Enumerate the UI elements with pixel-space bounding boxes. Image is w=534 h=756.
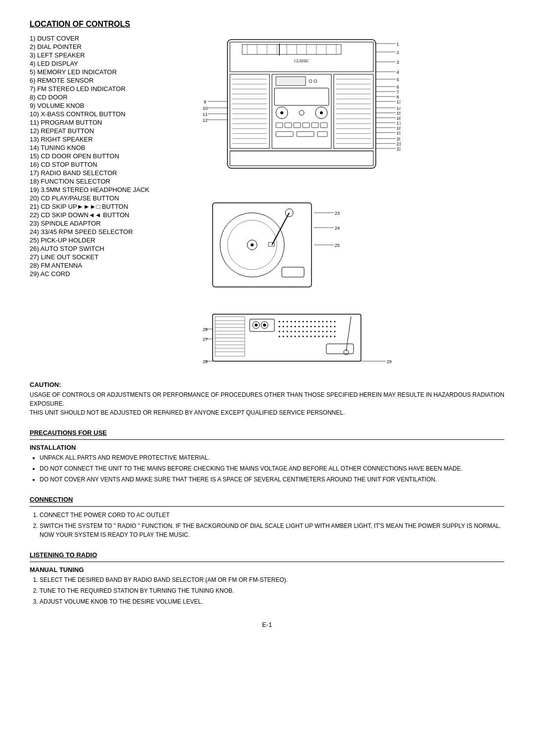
svg-point-143 [283,321,284,323]
svg-point-146 [295,321,296,323]
svg-point-197 [318,336,320,337]
svg-point-162 [299,326,300,328]
svg-point-186 [334,331,336,332]
svg-text:11: 11 [203,112,208,117]
svg-text:18: 18 [397,126,400,131]
svg-point-147 [299,321,300,323]
list-item: 20) CD PLAY/PAUSE BUTTON [30,194,188,202]
svg-point-168 [322,326,324,328]
svg-rect-126 [215,317,245,356]
list-item: DO NOT COVER ANY VENTS AND MAKE SURE THA… [40,475,504,484]
list-item: 3) LEFT SPEAKER [30,51,188,59]
svg-point-199 [326,336,328,337]
list-item: 4) LED DISPLAY [30,60,188,67]
svg-point-155 [330,321,332,323]
svg-point-159 [287,326,288,328]
list-item: 29) AC CORD [30,270,188,278]
svg-point-165 [311,326,312,328]
svg-text:4: 4 [397,70,399,75]
svg-point-200 [330,336,332,337]
svg-point-145 [291,321,292,323]
svg-rect-118 [282,267,304,277]
svg-point-154 [326,321,328,323]
svg-rect-63 [317,132,327,137]
list-item: 7) FM STEREO LED INDICATOR [30,85,188,93]
svg-point-201 [334,336,336,337]
svg-text:9: 9 [204,99,206,104]
svg-point-193 [303,336,304,337]
svg-text:2: 2 [397,50,399,55]
svg-rect-30 [334,74,373,148]
svg-point-176 [295,331,296,332]
svg-text:25: 25 [335,243,340,248]
list-item: 17) RADIO BAND SELECTOR [30,169,188,177]
svg-point-164 [307,326,308,328]
svg-point-163 [303,326,304,328]
svg-point-190 [291,336,292,337]
svg-point-157 [279,326,280,328]
list-item: 23) SPINDLE ADAPTOR [30,220,188,227]
list-item: TUNE TO THE REQUIRED STATION BY TURNING … [40,586,504,595]
svg-text:22: 22 [397,146,400,151]
svg-rect-56 [285,123,292,128]
svg-point-160 [291,326,292,328]
svg-text:28: 28 [203,359,208,364]
svg-point-187 [279,336,280,337]
list-item: 28) FM ANTENNA [30,262,188,269]
svg-text:5: 5 [397,77,399,82]
svg-rect-137 [250,319,274,331]
list-item: CONNECT THE POWER CORD TO AC OUTLET [40,511,504,520]
listening-section: LISTENING TO RADIO MANUAL TUNING SELECT … [30,551,504,606]
svg-point-171 [334,326,336,328]
svg-point-182 [318,331,320,332]
page-number: E-1 [30,621,504,628]
svg-text:3: 3 [397,60,399,65]
svg-point-185 [330,331,332,332]
svg-point-169 [326,326,328,328]
svg-text:19: 19 [397,131,400,136]
location-of-controls-section: LOCATION OF CONTROLS 1) DUST COVER 2) DI… [30,20,504,417]
list-item: 9) VOLUME KNOB [30,102,188,109]
svg-point-161 [295,326,296,328]
controls-list: 1) DUST COVER 2) DIAL POINTER 3) LEFT SP… [30,35,188,371]
svg-point-194 [307,336,308,337]
svg-point-173 [283,331,284,332]
manual-tuning-heading: MANUAL TUNING [30,566,504,573]
svg-point-189 [287,336,288,337]
list-item: 14) TUNING KNOB [30,144,188,151]
svg-text:24: 24 [335,226,340,231]
connection-divider [30,506,504,507]
list-item: ADJUST VOLUME KNOB TO THE DESIRE VOLUME … [40,597,504,606]
svg-point-153 [322,321,324,323]
svg-text:6: 6 [397,85,399,90]
svg-point-172 [279,331,280,332]
svg-point-51 [280,111,283,114]
list-item: 27) LINE OUT SOCKET [30,253,188,261]
svg-text:CLASSIC: CLASSIC [294,59,310,63]
svg-rect-58 [303,123,310,128]
svg-text:10: 10 [203,106,208,111]
svg-text:23: 23 [335,211,340,216]
svg-point-142 [279,321,280,323]
list-item: 1) DUST COVER [30,35,188,42]
installation-list: UNPACK ALL PARTS AND REMOVE PROTECTIVE M… [30,453,504,484]
caution-heading: CAUTION: [30,381,504,388]
svg-point-52 [299,110,304,115]
list-item: 2) DIAL POINTER [30,43,188,50]
list-item: 19) 3.5MM STEREO HEADPHONE JACK [30,186,188,193]
svg-point-198 [322,336,324,337]
list-item: 25) PICK-UP HOLDER [30,236,188,244]
svg-point-191 [295,336,296,337]
svg-rect-59 [312,123,318,128]
svg-point-114 [251,243,254,246]
svg-point-141 [263,324,266,327]
svg-point-150 [311,321,312,323]
controls-items-list: 1) DUST COVER 2) DIAL POINTER 3) LEFT SP… [30,35,188,278]
precautions-section: PRECAUTIONS FOR USE INSTALLATION UNPACK … [30,429,504,484]
svg-point-177 [299,331,300,332]
svg-point-149 [307,321,308,323]
svg-text:26: 26 [203,327,208,332]
list-item: 5) MEMORY LED INDICATOR [30,68,188,76]
caution-line-1: USAGE OF CONTROLS OR ADJUSTMENTS OR PERF… [30,390,504,408]
svg-text:17: 17 [397,121,400,126]
